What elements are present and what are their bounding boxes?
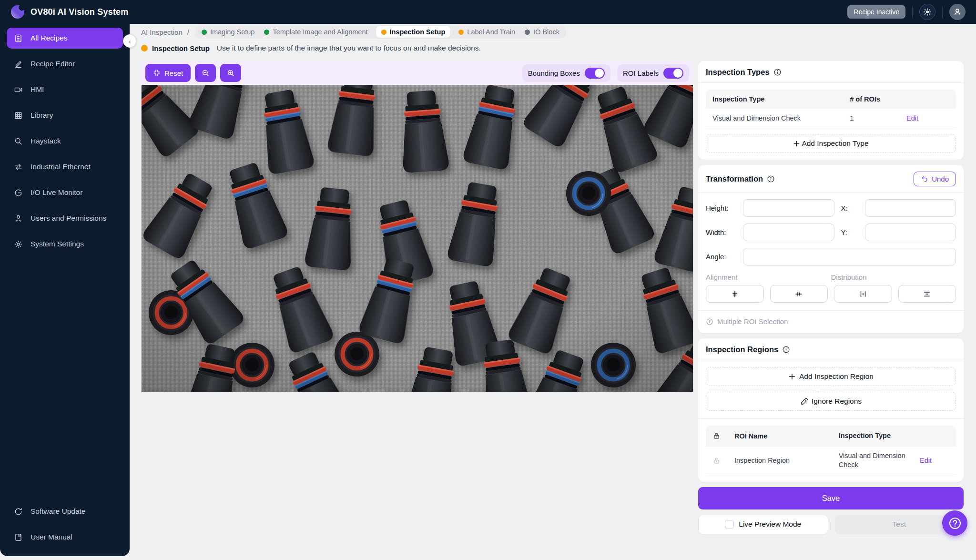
app-logo-icon xyxy=(10,5,25,19)
undo-button[interactable]: Undo xyxy=(914,172,956,186)
angle-input[interactable] xyxy=(743,248,956,265)
height-input[interactable] xyxy=(743,199,834,217)
sidebar-collapse-button[interactable]: ‹ xyxy=(123,34,136,48)
sidebar-item-system-settings[interactable]: System Settings xyxy=(7,234,123,255)
ignore-regions-button[interactable]: Ignore Regions xyxy=(706,392,956,411)
undo-label: Undo xyxy=(932,175,949,183)
user-avatar-button[interactable] xyxy=(949,4,966,20)
column-header: Inspection Type xyxy=(712,95,850,103)
region-name: Inspection Region xyxy=(734,457,839,464)
distribute-horizontal-button[interactable] xyxy=(834,285,892,303)
step-label: Imaging Setup xyxy=(210,28,255,36)
info-icon[interactable] xyxy=(782,346,790,354)
step-inspection-setup[interactable]: Inspection Setup xyxy=(376,26,451,38)
right-panel: Inspection Types Inspection Type # of RO… xyxy=(698,61,964,534)
add-inspection-region-label: Add Inspection Region xyxy=(799,372,874,381)
divider xyxy=(698,418,964,419)
help-button[interactable] xyxy=(942,510,967,536)
sidebar-item-label: Users and Permissions xyxy=(30,214,106,223)
sidebar-item-all-recipes[interactable]: All Recipes xyxy=(7,28,123,49)
sidebar-item-label: Software Update xyxy=(30,507,85,516)
plus-icon xyxy=(788,373,796,380)
add-inspection-region-button[interactable]: Add Inspection Region xyxy=(706,367,956,386)
sidebar-item-haystack[interactable]: Haystack xyxy=(7,131,123,152)
sidebar-item-industrial-ethernet[interactable]: Industrial Ethernet xyxy=(7,156,123,177)
info-icon[interactable] xyxy=(767,175,775,183)
roi-labels-switch[interactable] xyxy=(663,68,683,79)
align-horizontal-center-button[interactable] xyxy=(706,285,764,303)
sidebar-item-recipe-editor[interactable]: Recipe Editor xyxy=(7,53,123,74)
edit-region-link[interactable]: Edit xyxy=(920,457,949,464)
sidebar-item-hmi[interactable]: HMI xyxy=(7,79,123,100)
person-icon xyxy=(13,214,23,223)
grid-table-icon xyxy=(13,111,23,120)
distribute-vertical-button[interactable] xyxy=(898,285,956,303)
subheader-title: Inspection Setup xyxy=(152,44,210,52)
fit-view-icon xyxy=(153,69,161,77)
step-template-image-alignment[interactable]: Template Image and Alignment xyxy=(264,28,367,36)
sidebar-item-label: Recipe Editor xyxy=(30,60,75,68)
multiple-roi-note: Multiple ROI Selection xyxy=(698,310,964,326)
regions-table-header: ROI Name Inspection Type xyxy=(706,426,956,447)
sidebar-item-users-permissions[interactable]: Users and Permissions xyxy=(7,208,123,229)
column-header-actions xyxy=(906,95,949,103)
inspection-image[interactable] xyxy=(141,85,693,392)
sidebar-item-io-live-monitor[interactable]: I/O Live Monitor xyxy=(7,182,123,203)
sidebar-item-library[interactable]: Library xyxy=(7,105,123,126)
distribution-label: Distribution xyxy=(831,273,956,281)
question-icon xyxy=(948,516,962,530)
save-button[interactable]: Save xyxy=(698,487,964,509)
marker-icon xyxy=(800,397,808,406)
live-preview-mode[interactable]: Live Preview Mode xyxy=(698,515,828,534)
align-vertical-center-button[interactable] xyxy=(770,285,828,303)
breadcrumb-separator: / xyxy=(187,28,189,36)
step-label-and-train[interactable]: Label And Train xyxy=(458,28,515,36)
step-imaging-setup[interactable]: Imaging Setup xyxy=(202,28,255,36)
sidebar-item-user-manual[interactable]: User Manual xyxy=(7,527,123,548)
theme-toggle-button[interactable] xyxy=(919,4,935,20)
live-preview-checkbox[interactable] xyxy=(725,520,734,529)
roi-labels-label: ROI Labels xyxy=(623,69,659,77)
sidebar-item-label: I/O Live Monitor xyxy=(30,188,82,197)
footer-row: Live Preview Mode Test xyxy=(698,515,964,534)
y-label: Y: xyxy=(841,228,858,236)
breadcrumb-root: AI Inspection xyxy=(141,28,183,36)
inspection-type-name: Visual and Dimension Check xyxy=(712,114,850,122)
column-header: Inspection Type xyxy=(839,431,920,441)
zoom-in-button[interactable] xyxy=(220,64,241,82)
add-inspection-type-label: Add Inspection Type xyxy=(802,139,868,148)
y-input[interactable] xyxy=(865,224,956,241)
x-label: X: xyxy=(841,204,858,212)
transformation-card: Transformation Undo Height: X: Width: Y:… xyxy=(698,165,964,333)
x-input[interactable] xyxy=(865,199,956,217)
refresh-icon xyxy=(13,507,23,516)
sidebar-item-software-update[interactable]: Software Update xyxy=(7,501,123,522)
workflow-steps: Imaging Setup Template Image and Alignme… xyxy=(195,25,566,39)
switch-knob xyxy=(595,69,604,78)
roi-labels-toggle-group: ROI Labels xyxy=(617,64,689,82)
book-icon xyxy=(13,532,23,542)
step-label: Inspection Setup xyxy=(390,28,446,36)
step-io-block[interactable]: IO Block xyxy=(525,28,559,36)
zoom-out-button[interactable] xyxy=(195,64,216,82)
chevron-left-icon: ‹ xyxy=(129,37,131,45)
info-icon[interactable] xyxy=(773,68,782,76)
bounding-boxes-switch[interactable] xyxy=(585,68,605,79)
search-icon xyxy=(13,136,23,146)
breadcrumb: AI Inspection / Imaging Setup Template I… xyxy=(141,25,566,39)
inspection-regions-title: Inspection Regions xyxy=(706,345,778,354)
canvas-column: Reset Bounding Boxes ROI Labels xyxy=(141,61,693,392)
edit-inspection-type-link[interactable]: Edit xyxy=(906,114,949,122)
step-status-dot xyxy=(381,30,386,35)
reset-view-button[interactable]: Reset xyxy=(145,64,191,82)
inspection-types-header: Inspection Type # of ROIs xyxy=(706,90,956,109)
plus-icon xyxy=(793,140,800,147)
add-inspection-type-button[interactable]: Add Inspection Type xyxy=(706,134,956,153)
unlock-icon[interactable] xyxy=(712,457,734,465)
step-status-dot xyxy=(264,30,269,35)
height-label: Height: xyxy=(706,204,736,212)
sidebar-item-label: Industrial Ethernet xyxy=(30,163,91,171)
width-input[interactable] xyxy=(743,224,834,241)
io-monitor-icon xyxy=(13,188,23,197)
sidebar-item-label: All Recipes xyxy=(30,34,68,42)
